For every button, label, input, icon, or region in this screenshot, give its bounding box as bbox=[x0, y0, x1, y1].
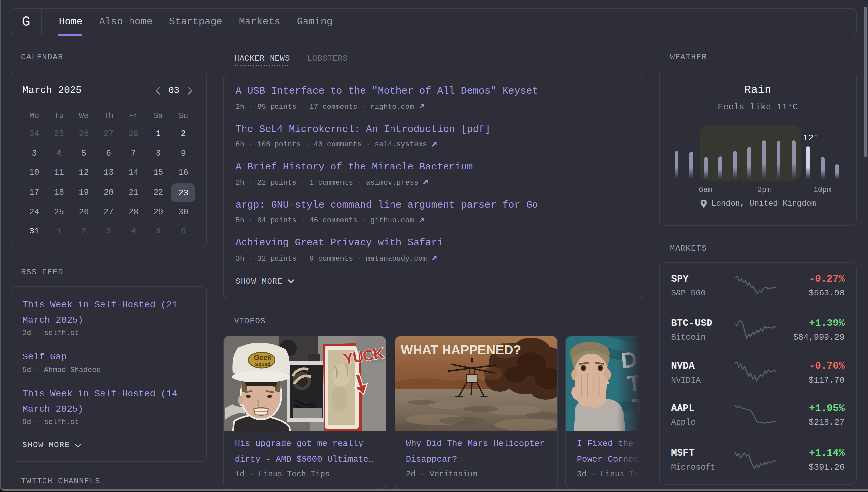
svg-text:Squad: Squad bbox=[255, 362, 270, 367]
svg-text:Geek: Geek bbox=[254, 353, 272, 362]
svg-text:WHAT HAPPENED?: WHAT HAPPENED? bbox=[401, 343, 521, 357]
